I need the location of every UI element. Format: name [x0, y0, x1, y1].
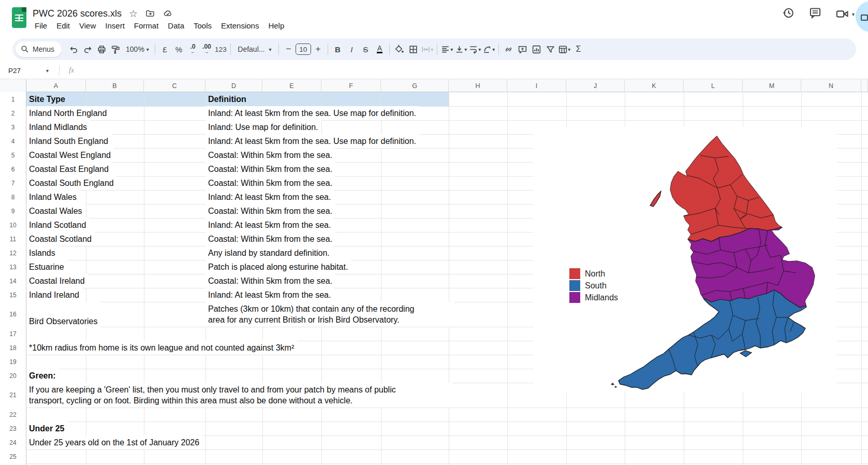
column-header-J[interactable]: J	[566, 79, 625, 92]
grid-cell-A20[interactable]: Green:	[26, 369, 59, 383]
grid-cell-A11[interactable]: Coastal Scotland	[26, 232, 95, 246]
column-header-I[interactable]: I	[507, 79, 566, 92]
currency-format-button[interactable]: £	[158, 42, 172, 56]
row-header-1[interactable]: 1	[0, 92, 26, 106]
italic-button[interactable]: I	[345, 42, 359, 56]
grid-cell-D11[interactable]: Coastal: Within 5km from the sea.	[205, 232, 335, 246]
row-header-21[interactable]: 21	[0, 383, 26, 408]
column-header-L[interactable]: L	[684, 79, 743, 92]
redo-button[interactable]	[81, 42, 95, 56]
cloud-saved-icon[interactable]	[163, 9, 173, 18]
functions-button[interactable]: Σ	[571, 42, 585, 56]
horizontal-align-button[interactable]: ▾	[440, 42, 454, 56]
grid-cell-D1[interactable]: Definition	[205, 92, 249, 106]
move-folder-icon[interactable]	[145, 9, 155, 18]
row-header-14[interactable]: 14	[0, 274, 26, 288]
grid-cell-D12[interactable]: Any island by standard definition.	[205, 246, 333, 260]
grid-cell-D9[interactable]: Coastal: Within 5km from the sea.	[205, 204, 335, 218]
create-filter-button[interactable]	[543, 42, 557, 56]
column-header-N[interactable]: N	[801, 79, 861, 92]
sheets-logo-icon[interactable]	[12, 7, 26, 28]
account-avatar[interactable]	[856, 1, 868, 32]
grid-cell-A10[interactable]: Inland Scotland	[26, 218, 89, 232]
text-rotation-button[interactable]: ▾	[482, 42, 496, 56]
menu-data[interactable]: Data	[163, 20, 189, 32]
comments-icon[interactable]	[808, 6, 822, 22]
grid-cell-D3[interactable]: Inland: Use map for definition.	[205, 120, 321, 134]
menu-extensions[interactable]: Extensions	[216, 20, 263, 32]
percent-format-button[interactable]: %	[172, 42, 186, 56]
grid-cell-A5[interactable]: Coastal West England	[26, 148, 114, 162]
grid-cell-A9[interactable]: Coastal Wales	[26, 204, 85, 218]
row-header-10[interactable]: 10	[0, 218, 26, 232]
embedded-map-chart[interactable]: NorthSouthMidlands	[533, 127, 837, 392]
menu-file[interactable]: File	[30, 20, 52, 32]
row-header-25[interactable]: 25	[0, 449, 26, 463]
column-header-D[interactable]: D	[205, 79, 262, 92]
grid-cell-A21[interactable]: If you are keeping a 'Green' list, then …	[26, 383, 452, 408]
undo-button[interactable]	[67, 42, 81, 56]
row-header-13[interactable]: 13	[0, 260, 26, 274]
grid-cell-A1[interactable]: Site Type	[26, 92, 68, 106]
zoom-select[interactable]: 100% ▾	[123, 42, 152, 56]
row-header-5[interactable]: 5	[0, 148, 26, 162]
version-history-icon[interactable]	[782, 6, 795, 22]
column-header-M[interactable]: M	[743, 79, 801, 92]
grid-cell-A15[interactable]: Inland Ireland	[26, 288, 82, 302]
fill-color-button[interactable]	[392, 42, 406, 56]
row-header-15[interactable]: 15	[0, 288, 26, 302]
column-header-C[interactable]: C	[144, 79, 205, 92]
bold-button[interactable]: B	[331, 42, 345, 56]
column-header-A[interactable]: A	[26, 79, 86, 92]
grid-cell-A7[interactable]: Coastal South England	[26, 176, 117, 190]
grid-cell-D16[interactable]: Patches (3km or 10km) that contain any o…	[205, 302, 454, 327]
grid-cell-D7[interactable]: Coastal: Within 5km from the sea.	[205, 176, 335, 190]
row-header-2[interactable]: 2	[0, 106, 26, 120]
menu-view[interactable]: View	[75, 20, 100, 32]
row-header-4[interactable]: 4	[0, 134, 26, 148]
grid-cell-A2[interactable]: Inland North England	[26, 106, 110, 120]
decrease-font-size-button[interactable]: −	[282, 42, 296, 56]
grid-cell-D5[interactable]: Coastal: Within 5km from the sea.	[205, 148, 335, 162]
meet-caret-icon[interactable]: ▾	[852, 11, 855, 17]
search-menus-button[interactable]: Menus	[16, 41, 62, 57]
grid-cell-A16[interactable]: Bird Observatories	[26, 302, 101, 329]
grid-cell-A18[interactable]: *10km radius from home is its own league…	[26, 341, 297, 355]
column-header-B[interactable]: B	[86, 79, 144, 92]
row-header-8[interactable]: 8	[0, 190, 26, 204]
menu-insert[interactable]: Insert	[100, 20, 129, 32]
column-header-K[interactable]: K	[625, 79, 684, 92]
row-header-12[interactable]: 12	[0, 246, 26, 260]
paint-format-button[interactable]	[109, 42, 123, 56]
grid-cell-A23[interactable]: Under 25	[26, 422, 67, 435]
font-size-input[interactable]: 10	[296, 42, 311, 56]
grid-cell-D10[interactable]: Inland: At least 5km from the sea.	[205, 218, 334, 232]
print-button[interactable]	[95, 42, 109, 56]
row-header-18[interactable]: 18	[0, 341, 26, 355]
row-header-3[interactable]: 3	[0, 120, 26, 134]
grid-cell-D4[interactable]: Inland: At least 5km from the sea. Use m…	[205, 134, 419, 148]
font-name-select[interactable]: Defaul... ▾	[233, 42, 276, 56]
insert-link-button[interactable]	[502, 42, 516, 56]
grid-cell-A4[interactable]: Inland South England	[26, 134, 111, 148]
meet-video-icon[interactable]: ▾	[835, 8, 855, 20]
menu-format[interactable]: Format	[129, 20, 164, 32]
document-title[interactable]: PWC 2026 scores.xls	[33, 8, 122, 19]
grid-cell-D14[interactable]: Coastal: Within 5km from the sea.	[205, 274, 335, 288]
table-views-button[interactable]: ▾	[557, 42, 571, 56]
column-header-F[interactable]: F	[321, 79, 381, 92]
grid-cell-A12[interactable]: Islands	[26, 246, 58, 260]
grid-cell-D2[interactable]: Inland: At least 5km from the sea. Use m…	[205, 106, 419, 120]
star-icon[interactable]: ☆	[129, 9, 138, 19]
name-box[interactable]: P27 ▾	[0, 67, 53, 75]
text-color-button[interactable]: A	[373, 42, 387, 56]
borders-button[interactable]	[406, 42, 420, 56]
row-header-7[interactable]: 7	[0, 176, 26, 190]
increase-decimal-button[interactable]: .00→	[200, 42, 214, 56]
grid-cell-A6[interactable]: Coastal East England	[26, 162, 112, 176]
row-header-9[interactable]: 9	[0, 204, 26, 218]
row-header-19[interactable]: 19	[0, 355, 26, 369]
grid-cell-D13[interactable]: Patch is placed along esturine habitat.	[205, 260, 351, 274]
menu-help[interactable]: Help	[263, 20, 289, 32]
grid-cell-D15[interactable]: Inland: At least 5km from the sea.	[205, 288, 334, 302]
